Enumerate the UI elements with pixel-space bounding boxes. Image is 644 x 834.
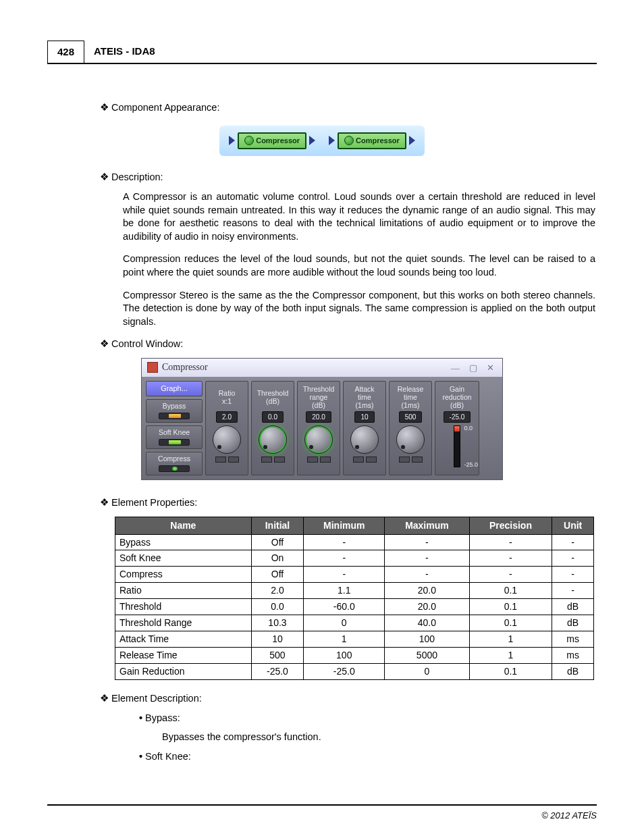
table-row: Attack Time1011001ms (115, 631, 594, 647)
prop-cell: - (385, 567, 469, 583)
element-desc-body: Bypasses the compressor's function. (162, 731, 597, 744)
prop-cell: 40.0 (385, 615, 469, 631)
prop-name: Gain Reduction (115, 663, 252, 679)
increment-button[interactable] (412, 457, 423, 463)
knob-dial-icon[interactable] (396, 425, 425, 454)
prop-cell: 20.0 (385, 583, 469, 599)
prop-cell: - (469, 567, 552, 583)
prop-cell: ms (552, 631, 594, 647)
app-icon (147, 362, 158, 373)
table-row: Soft KneeOn---- (115, 550, 594, 567)
prop-name: Bypass (115, 534, 252, 550)
meter-label: Gain reduction (dB) (442, 384, 471, 410)
table-row: Ratio2.01.120.00.1- (115, 583, 594, 599)
page-footer: © 2012 ATEÏS (47, 804, 597, 822)
prop-cell: dB (552, 663, 594, 679)
prop-cell: 10.3 (251, 615, 304, 631)
knob-2[interactable]: Threshold range (dB)20.0 (297, 381, 340, 475)
doc-title: ATEIS - IDA8 (84, 41, 165, 63)
chip-label: Compressor (356, 136, 400, 146)
table-header: Maximum (385, 517, 469, 534)
prop-cell: 1 (469, 631, 552, 647)
softknee-toggle[interactable]: Soft Knee (146, 425, 203, 449)
description-para-3: Compressor Stereo is the same as the the… (123, 289, 595, 329)
knob-dial-icon[interactable] (304, 425, 333, 454)
table-row: Threshold Range10.3040.00.1dB (115, 615, 594, 631)
increment-button[interactable] (320, 457, 331, 463)
prop-cell: ms (552, 647, 594, 663)
decrement-button[interactable] (353, 457, 364, 463)
table-row: Threshold0.0-60.020.00.1dB (115, 599, 594, 615)
element-desc-name: Soft Knee: (139, 750, 597, 764)
knob-dial-icon[interactable] (259, 425, 287, 454)
section-description-heading: Description: (100, 171, 597, 184)
knob-1[interactable]: Threshold (dB)0.0 (251, 381, 294, 475)
prop-cell: - (552, 534, 594, 550)
table-header: Precision (469, 517, 552, 534)
table-header: Unit (552, 517, 594, 534)
table-row: Release Time50010050001ms (115, 647, 594, 663)
section-properties-heading: Element Properties: (100, 496, 597, 510)
compress-toggle[interactable]: Compress (146, 452, 203, 475)
knob-value: 2.0 (216, 411, 238, 423)
page-header: 428 ATEIS - IDA8 (47, 41, 597, 64)
knob-value: 10 (354, 411, 374, 423)
prop-cell: 5000 (385, 647, 469, 663)
prop-cell: 10 (251, 631, 304, 647)
section-control-window-heading: Control Window: (100, 338, 597, 351)
component-appearance-figure: Compressor Compressor (47, 126, 597, 156)
prop-cell: -25.0 (251, 663, 304, 679)
window-titlebar: Compressor — ▢ ✕ (142, 359, 502, 377)
decrement-button[interactable] (215, 457, 226, 463)
prop-cell: 0.1 (469, 583, 552, 599)
knob-dial-icon[interactable] (213, 425, 241, 454)
knob-dial-icon[interactable] (350, 425, 379, 454)
knob-value: 500 (399, 411, 423, 423)
knob-value: 20.0 (306, 411, 331, 423)
decrement-button[interactable] (261, 457, 272, 463)
prop-cell: -25.0 (304, 663, 385, 679)
prop-cell: - (552, 583, 594, 599)
gain-reduction-meter: Gain reduction (dB) -25.0 0.0-25.0 (435, 381, 479, 475)
prop-cell: - (552, 567, 594, 583)
increment-button[interactable] (366, 457, 377, 463)
prop-cell: 0 (304, 615, 385, 631)
prop-cell: - (385, 534, 469, 550)
prop-cell: 1 (469, 647, 552, 663)
prop-cell: 500 (251, 647, 304, 663)
knob-0[interactable]: Ratio x:12.0 (205, 381, 248, 475)
decrement-button[interactable] (307, 457, 318, 463)
page-number: 428 (47, 41, 84, 63)
section-element-description-heading: Element Description: (100, 692, 597, 706)
prop-cell: 1 (304, 631, 385, 647)
close-button[interactable]: ✕ (484, 362, 497, 374)
prop-cell: -60.0 (304, 599, 385, 615)
output-port-icon (309, 136, 315, 145)
prop-name: Soft Knee (115, 550, 252, 567)
increment-button[interactable] (228, 457, 239, 463)
decrement-button[interactable] (399, 457, 410, 463)
compressor-block-stereo: Compressor (329, 132, 415, 149)
input-port-icon (229, 136, 235, 145)
knob-4[interactable]: Release time (1ms)500 (389, 381, 432, 475)
prop-cell: 20.0 (385, 599, 469, 615)
prop-cell: 1.1 (304, 583, 385, 599)
prop-cell: Off (251, 534, 304, 550)
prop-cell: - (385, 550, 469, 567)
prop-cell: dB (552, 615, 594, 631)
bypass-toggle[interactable]: Bypass (146, 399, 203, 423)
increment-button[interactable] (274, 457, 285, 463)
minimize-button[interactable]: — (448, 362, 462, 374)
compressor-block-mono: Compressor (229, 132, 315, 149)
knob-3[interactable]: Attack time (1ms)10 (343, 381, 386, 475)
prop-cell: - (552, 550, 594, 567)
maximize-button[interactable]: ▢ (466, 362, 480, 374)
prop-cell: 0.0 (251, 599, 304, 615)
graph-button[interactable]: Graph... (146, 381, 203, 396)
input-port-icon (329, 136, 335, 145)
knob-label: Threshold (dB) (257, 384, 289, 410)
prop-name: Threshold (115, 599, 252, 615)
prop-cell: - (469, 534, 552, 550)
table-row: CompressOff---- (115, 567, 594, 583)
chip-label: Compressor (256, 136, 300, 146)
